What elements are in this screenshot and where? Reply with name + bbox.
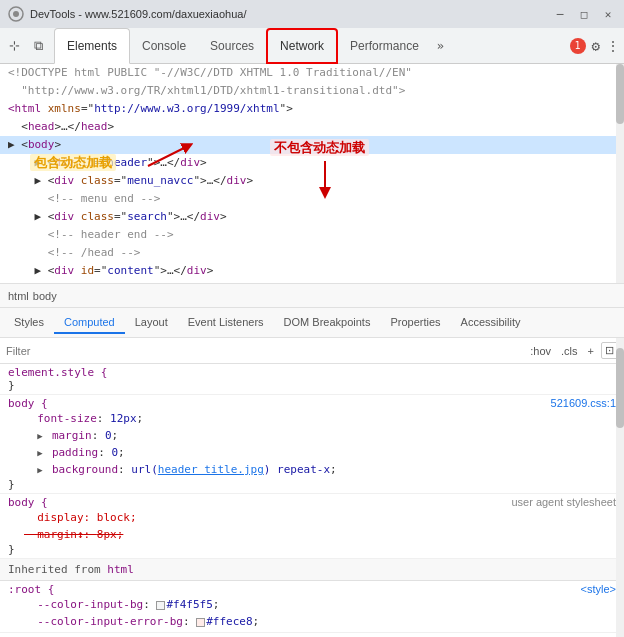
- html-line: <!DOCTYPE html PUBLIC "-//W3C//DTD XHTML…: [0, 64, 624, 82]
- styles-scrollbar[interactable]: [616, 338, 624, 637]
- css-source-link[interactable]: 521609.css:1: [551, 397, 616, 409]
- triangle-icon[interactable]: ▶: [37, 462, 45, 470]
- html-line: <!-- content end -->: [0, 280, 624, 284]
- css-prop-display: display: block;: [8, 509, 616, 526]
- css-prop-value: 8px: [97, 528, 117, 541]
- tab-console[interactable]: Console: [130, 28, 198, 64]
- tab-computed[interactable]: Computed: [54, 312, 125, 334]
- css-prop-margin-block: margin↕: 8px;: [8, 526, 616, 543]
- css-block-header: body { user agent stylesheet: [8, 496, 616, 509]
- css-block-element-style: element.style { }: [0, 364, 624, 395]
- css-prop-margin: ▶ margin: 0;: [8, 427, 616, 444]
- html-line-body[interactable]: ▶ <body>: [0, 136, 624, 154]
- css-prop-value: url(header title.jpg) repeat-x: [131, 463, 330, 476]
- tab-accessibility[interactable]: Accessibility: [451, 312, 531, 334]
- css-prop-name: background: [52, 463, 118, 476]
- breadcrumb: html body: [0, 284, 624, 308]
- html-line: ▶ <div id="header">…</div>: [0, 154, 624, 172]
- filter-input[interactable]: [6, 345, 523, 357]
- device-icon[interactable]: ⧉: [28, 36, 48, 56]
- tab-network[interactable]: Network: [266, 28, 338, 64]
- html-line: ▶ <div class="search">…</div>: [0, 208, 624, 226]
- devtools-icon: [8, 6, 24, 22]
- tab-sources[interactable]: Sources: [198, 28, 266, 64]
- css-prop-name: padding: [52, 446, 98, 459]
- styles-tabbar: Styles Computed Layout Event Listeners D…: [0, 308, 624, 338]
- tab-right-area: 1 ⚙ ⋮: [570, 38, 620, 54]
- cls-button[interactable]: .cls: [558, 344, 581, 358]
- tab-layout[interactable]: Layout: [125, 312, 178, 334]
- tab-event-listeners[interactable]: Event Listeners: [178, 312, 274, 334]
- css-selector: body {: [8, 397, 48, 410]
- css-prop-name: font-size: [37, 412, 97, 425]
- inspect-icon[interactable]: ⊹: [4, 36, 24, 56]
- css-prop-value: 0: [111, 446, 118, 459]
- html-line: "http://www.w3.org/TR/xhtml1/DTD/xhtml1-…: [0, 82, 624, 100]
- css-block-header: body { 521609.css:1: [8, 397, 616, 410]
- color-swatch-input-bg[interactable]: [156, 601, 165, 610]
- window-controls: ─ □ ✕: [552, 6, 616, 22]
- tab-properties[interactable]: Properties: [380, 312, 450, 334]
- close-button[interactable]: ✕: [600, 6, 616, 22]
- css-prop-color-input-bg: --color-input-bg: #f4f5f5;: [8, 596, 616, 613]
- css-prop-name: --color-input-error-bg: [37, 615, 183, 628]
- css-prop-font-size: font-size: 12px;: [8, 410, 616, 427]
- filter-bar: :hov .cls + ⊡: [0, 338, 624, 364]
- css-selector: body {: [8, 496, 48, 509]
- breadcrumb-body[interactable]: body: [33, 290, 57, 302]
- css-background-url-link[interactable]: header title.jpg: [158, 463, 264, 476]
- user-agent-label: user agent stylesheet: [511, 496, 616, 508]
- tab-styles[interactable]: Styles: [4, 312, 54, 334]
- tab-performance[interactable]: Performance: [338, 28, 431, 64]
- css-prop-value: 12px: [110, 412, 137, 425]
- triangle-icon[interactable]: ▶: [37, 428, 45, 436]
- css-prop-value: block: [97, 511, 130, 524]
- inherited-tag: html: [107, 563, 134, 576]
- main-tabbar: ⊹ ⧉ Elements Console Sources Network Per…: [0, 28, 624, 64]
- tab-icons: ⊹ ⧉: [4, 36, 48, 56]
- tab-elements[interactable]: Elements: [54, 28, 130, 64]
- svg-point-1: [13, 11, 19, 17]
- css-block-header: :root { <style>: [8, 583, 616, 596]
- css-prop-color-input-error-bg: --color-input-error-bg: #ffece8;: [8, 613, 616, 630]
- html-panel: <!DOCTYPE html PUBLIC "-//W3C//DTD XHTML…: [0, 64, 624, 284]
- minimize-button[interactable]: ─: [552, 6, 568, 22]
- tab-more[interactable]: »: [431, 39, 450, 53]
- css-block-root: :root { <style> --color-input-bg: #f4f5f…: [0, 581, 624, 633]
- css-block-body-1: body { 521609.css:1 font-size: 12px; ▶ m…: [0, 395, 624, 494]
- css-prop-name: margin↕: [37, 528, 83, 541]
- css-prop-background: ▶ background: url(header title.jpg) repe…: [8, 461, 616, 478]
- html-line: <!-- header end -->: [0, 226, 624, 244]
- html-line: <!-- menu end -->: [0, 190, 624, 208]
- css-selector: element.style {: [8, 366, 107, 379]
- settings-icon[interactable]: ⚙: [592, 38, 600, 54]
- css-prop-value: #ffece8: [206, 615, 252, 628]
- html-line: <head>…</head>: [0, 118, 624, 136]
- hov-button[interactable]: :hov: [527, 344, 554, 358]
- css-close-brace: }: [8, 478, 616, 491]
- error-badge: 1: [570, 38, 586, 54]
- add-style-button[interactable]: +: [585, 344, 597, 358]
- css-prop-value: #f4f5f5: [166, 598, 212, 611]
- color-swatch-error-bg[interactable]: [196, 618, 205, 627]
- more-options-icon[interactable]: ⋮: [606, 38, 620, 54]
- css-selector: :root {: [8, 583, 54, 596]
- triangle-icon[interactable]: ▶: [37, 445, 45, 453]
- styles-panel: :hov .cls + ⊡ element.style { } body { 5…: [0, 338, 624, 637]
- maximize-button[interactable]: □: [576, 6, 592, 22]
- tab-dom-breakpoints[interactable]: DOM Breakpoints: [274, 312, 381, 334]
- html-line: <!-- /head -->: [0, 244, 624, 262]
- inherited-header: Inherited from html: [0, 559, 624, 581]
- html-scrollbar-thumb[interactable]: [616, 64, 624, 124]
- styles-scrollbar-thumb[interactable]: [616, 348, 624, 428]
- html-line: ▶ <div id="content">…</div>: [0, 262, 624, 280]
- filter-buttons: :hov .cls + ⊡: [527, 342, 618, 359]
- breadcrumb-html[interactable]: html: [8, 290, 29, 302]
- css-prop-padding: ▶ padding: 0;: [8, 444, 616, 461]
- css-prop-name: --color-input-bg: [37, 598, 143, 611]
- html-scrollbar[interactable]: [616, 64, 624, 283]
- html-line: ▶ <div class="menu_navcc">…</div>: [0, 172, 624, 190]
- titlebar: DevTools - www.521609.com/daxuexiaohua/ …: [0, 0, 624, 28]
- html-line: <html xmlns="http://www.w3.org/1999/xhtm…: [0, 100, 624, 118]
- css-block-header: element.style {: [8, 366, 616, 379]
